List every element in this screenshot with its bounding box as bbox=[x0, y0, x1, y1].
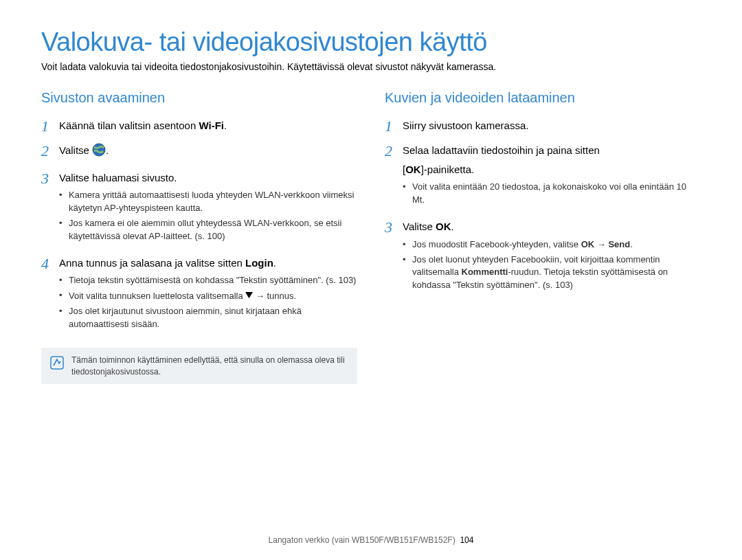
bullet-text: → bbox=[594, 239, 608, 249]
step-number: 2 bbox=[385, 143, 403, 159]
right-step-2: 2 Selaa ladattaviin tiedostoihin ja pain… bbox=[385, 143, 701, 214]
kommentti-label: Kommentti bbox=[462, 267, 508, 277]
left-step-4: 4 Anna tunnus ja salasana ja valitse sit… bbox=[41, 256, 357, 338]
svg-point-0 bbox=[93, 144, 105, 156]
page-footer: Langaton verkko (vain WB150F/WB151F/WB15… bbox=[0, 535, 742, 545]
step-body: Anna tunnus ja salasana ja valitse sitte… bbox=[59, 256, 357, 338]
step-body: Käännä tilan valitsin asentoon Wi-Fi. bbox=[59, 118, 357, 137]
step-number: 1 bbox=[385, 118, 403, 134]
bullet-text: → bbox=[253, 291, 267, 301]
bullet-text: . bbox=[630, 239, 633, 249]
left-heading: Sivuston avaaminen bbox=[41, 90, 357, 106]
step-body: Siirry sivustoon kamerassa. bbox=[403, 118, 701, 137]
wifi-icon: Wi-Fi bbox=[199, 120, 224, 131]
step-text: Selaa ladattaviin tiedostoihin ja paina … bbox=[403, 143, 701, 158]
step-text: Käännä tilan valitsin asentoon bbox=[59, 120, 199, 131]
step-text: Valitse bbox=[403, 221, 436, 232]
ok-icon: OK bbox=[405, 164, 421, 175]
globe-icon bbox=[92, 143, 106, 161]
ok-icon: OK bbox=[581, 239, 595, 249]
note-icon bbox=[49, 355, 65, 370]
sub-bullet: Jos olet kirjautunut sivustoon aiemmin, … bbox=[59, 305, 357, 331]
step-text: . bbox=[224, 120, 227, 131]
step-text: . bbox=[273, 257, 276, 269]
step-number: 3 bbox=[385, 219, 403, 235]
footer-text: Langaton verkko (vain WB150F/WB151F/WB15… bbox=[269, 535, 456, 545]
step-number: 2 bbox=[41, 143, 59, 159]
sub-bullet: Jos olet luonut yhteyden Facebookiin, vo… bbox=[403, 254, 701, 293]
sub-bullet-list: Jos muodostit Facebook-yhteyden, valitse… bbox=[403, 238, 701, 292]
step-number: 4 bbox=[41, 256, 59, 271]
sub-bullet: Jos kamera ei ole aiemmin ollut yhteydes… bbox=[59, 217, 357, 243]
step-text: . bbox=[106, 144, 109, 156]
bullet-text: Voit valita tunnuksen luettelosta valits… bbox=[69, 291, 245, 301]
step-body: Selaa ladattaviin tiedostoihin ja paina … bbox=[403, 143, 701, 214]
left-column: Sivuston avaaminen 1 Käännä tilan valits… bbox=[41, 90, 357, 384]
step-body: Valitse . bbox=[59, 143, 357, 165]
sub-bullet: Kamera yrittää automaattisesti luoda yht… bbox=[59, 189, 357, 215]
sub-bullet: Jos muodostit Facebook-yhteyden, valitse… bbox=[403, 238, 701, 251]
right-column: Kuvien ja videoiden lataaminen 1 Siirry … bbox=[385, 90, 701, 384]
step-number: 3 bbox=[41, 170, 59, 186]
page-number: 104 bbox=[460, 535, 473, 545]
sub-bullet-list: Voit valita enintään 20 tiedostoa, ja ko… bbox=[403, 181, 701, 207]
svg-marker-1 bbox=[245, 292, 253, 298]
sub-bullet: Tietoja tekstin syöttämisestä on kohdass… bbox=[59, 274, 357, 287]
left-step-2: 2 Valitse . bbox=[41, 143, 357, 165]
manual-page: Valokuva- tai videojakosivustojen käyttö… bbox=[0, 0, 742, 560]
page-title: Valokuva- tai videojakosivustojen käyttö bbox=[41, 27, 701, 57]
right-heading: Kuvien ja videoiden lataaminen bbox=[385, 90, 701, 106]
step-text: Valitse haluamasi sivusto. bbox=[59, 170, 357, 186]
intro-text: Voit ladata valokuvia tai videoita tiedo… bbox=[41, 61, 701, 72]
bullet-text: tunnus. bbox=[267, 291, 297, 301]
down-arrow-icon bbox=[245, 289, 253, 302]
note-text: Tämän toiminnon käyttäminen edellyttää, … bbox=[71, 355, 349, 378]
step-text: Siirry sivustoon kamerassa. bbox=[403, 118, 701, 133]
step-text: Anna tunnus ja salasana ja valitse sitte… bbox=[59, 257, 245, 269]
sub-bullet: Voit valita tunnuksen luettelosta valits… bbox=[59, 289, 357, 303]
login-label: Login bbox=[245, 257, 273, 269]
ok-icon: OK bbox=[436, 221, 451, 232]
step-body: Valitse haluamasi sivusto. Kamera yrittä… bbox=[59, 170, 357, 250]
step-number: 1 bbox=[41, 118, 59, 134]
step-body: Valitse OK. Jos muodostit Facebook-yhtey… bbox=[403, 219, 701, 299]
step-text: . bbox=[451, 221, 454, 232]
note-box: Tämän toiminnon käyttäminen edellyttää, … bbox=[41, 348, 357, 385]
sub-bullet-list: Kamera yrittää automaattisesti luoda yht… bbox=[59, 189, 357, 243]
two-column-layout: Sivuston avaaminen 1 Käännä tilan valits… bbox=[41, 90, 701, 384]
right-step-1: 1 Siirry sivustoon kamerassa. bbox=[385, 118, 701, 137]
step-text: Valitse bbox=[59, 144, 92, 156]
sub-bullet-list: Tietoja tekstin syöttämisestä on kohdass… bbox=[59, 274, 357, 331]
left-step-1: 1 Käännä tilan valitsin asentoon Wi-Fi. bbox=[41, 118, 357, 137]
send-label: Send bbox=[608, 239, 630, 249]
right-step-3: 3 Valitse OK. Jos muodostit Facebook-yht… bbox=[385, 219, 701, 299]
left-step-3: 3 Valitse haluamasi sivusto. Kamera yrit… bbox=[41, 170, 357, 250]
step-text: ]-painiketta. bbox=[421, 164, 475, 175]
sub-bullet: Voit valita enintään 20 tiedostoa, ja ko… bbox=[403, 181, 701, 207]
bullet-text: Jos muodostit Facebook-yhteyden, valitse bbox=[412, 239, 581, 249]
